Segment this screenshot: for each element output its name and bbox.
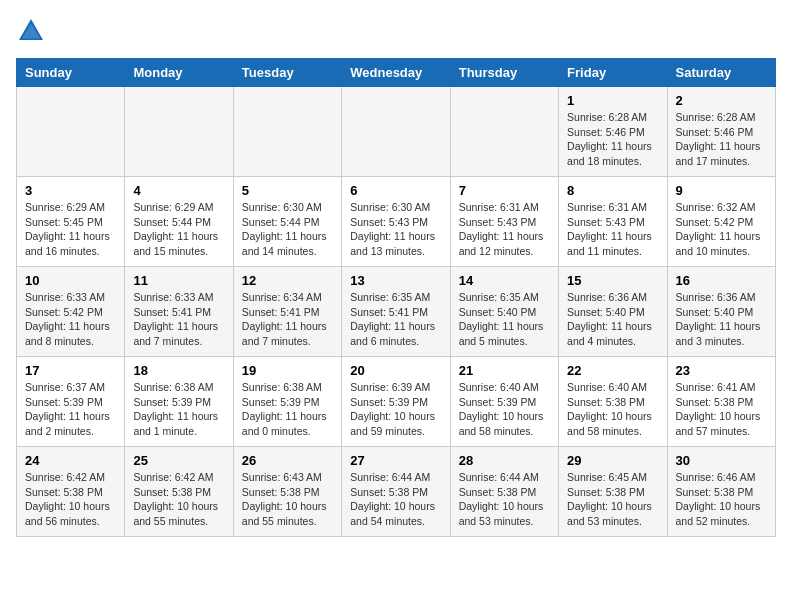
day-cell xyxy=(125,87,233,177)
day-cell: 20Sunrise: 6:39 AM Sunset: 5:39 PM Dayli… xyxy=(342,357,450,447)
day-number: 27 xyxy=(350,453,441,468)
day-cell xyxy=(17,87,125,177)
day-info: Sunrise: 6:28 AM Sunset: 5:46 PM Dayligh… xyxy=(676,110,767,169)
day-number: 22 xyxy=(567,363,658,378)
day-cell: 22Sunrise: 6:40 AM Sunset: 5:38 PM Dayli… xyxy=(559,357,667,447)
day-number: 6 xyxy=(350,183,441,198)
day-info: Sunrise: 6:29 AM Sunset: 5:45 PM Dayligh… xyxy=(25,200,116,259)
day-cell: 24Sunrise: 6:42 AM Sunset: 5:38 PM Dayli… xyxy=(17,447,125,537)
day-number: 25 xyxy=(133,453,224,468)
day-number: 17 xyxy=(25,363,116,378)
day-cell: 6Sunrise: 6:30 AM Sunset: 5:43 PM Daylig… xyxy=(342,177,450,267)
day-number: 3 xyxy=(25,183,116,198)
day-info: Sunrise: 6:38 AM Sunset: 5:39 PM Dayligh… xyxy=(242,380,333,439)
day-info: Sunrise: 6:29 AM Sunset: 5:44 PM Dayligh… xyxy=(133,200,224,259)
day-cell: 26Sunrise: 6:43 AM Sunset: 5:38 PM Dayli… xyxy=(233,447,341,537)
day-headers-row: SundayMondayTuesdayWednesdayThursdayFrid… xyxy=(17,59,776,87)
day-info: Sunrise: 6:44 AM Sunset: 5:38 PM Dayligh… xyxy=(459,470,550,529)
week-row-1: 1Sunrise: 6:28 AM Sunset: 5:46 PM Daylig… xyxy=(17,87,776,177)
day-info: Sunrise: 6:33 AM Sunset: 5:42 PM Dayligh… xyxy=(25,290,116,349)
day-info: Sunrise: 6:35 AM Sunset: 5:40 PM Dayligh… xyxy=(459,290,550,349)
day-number: 28 xyxy=(459,453,550,468)
day-cell: 27Sunrise: 6:44 AM Sunset: 5:38 PM Dayli… xyxy=(342,447,450,537)
day-info: Sunrise: 6:45 AM Sunset: 5:38 PM Dayligh… xyxy=(567,470,658,529)
day-number: 23 xyxy=(676,363,767,378)
day-number: 18 xyxy=(133,363,224,378)
day-info: Sunrise: 6:40 AM Sunset: 5:38 PM Dayligh… xyxy=(567,380,658,439)
day-cell: 28Sunrise: 6:44 AM Sunset: 5:38 PM Dayli… xyxy=(450,447,558,537)
day-cell: 30Sunrise: 6:46 AM Sunset: 5:38 PM Dayli… xyxy=(667,447,775,537)
day-info: Sunrise: 6:38 AM Sunset: 5:39 PM Dayligh… xyxy=(133,380,224,439)
week-row-3: 10Sunrise: 6:33 AM Sunset: 5:42 PM Dayli… xyxy=(17,267,776,357)
day-cell: 1Sunrise: 6:28 AM Sunset: 5:46 PM Daylig… xyxy=(559,87,667,177)
day-info: Sunrise: 6:42 AM Sunset: 5:38 PM Dayligh… xyxy=(133,470,224,529)
day-cell xyxy=(233,87,341,177)
day-number: 8 xyxy=(567,183,658,198)
day-cell xyxy=(342,87,450,177)
day-number: 4 xyxy=(133,183,224,198)
day-cell: 13Sunrise: 6:35 AM Sunset: 5:41 PM Dayli… xyxy=(342,267,450,357)
day-info: Sunrise: 6:37 AM Sunset: 5:39 PM Dayligh… xyxy=(25,380,116,439)
day-cell: 3Sunrise: 6:29 AM Sunset: 5:45 PM Daylig… xyxy=(17,177,125,267)
day-header-saturday: Saturday xyxy=(667,59,775,87)
day-number: 14 xyxy=(459,273,550,288)
day-number: 11 xyxy=(133,273,224,288)
day-number: 26 xyxy=(242,453,333,468)
day-info: Sunrise: 6:31 AM Sunset: 5:43 PM Dayligh… xyxy=(459,200,550,259)
day-number: 15 xyxy=(567,273,658,288)
day-number: 19 xyxy=(242,363,333,378)
day-info: Sunrise: 6:33 AM Sunset: 5:41 PM Dayligh… xyxy=(133,290,224,349)
day-cell: 17Sunrise: 6:37 AM Sunset: 5:39 PM Dayli… xyxy=(17,357,125,447)
day-cell: 11Sunrise: 6:33 AM Sunset: 5:41 PM Dayli… xyxy=(125,267,233,357)
day-cell: 29Sunrise: 6:45 AM Sunset: 5:38 PM Dayli… xyxy=(559,447,667,537)
day-cell: 10Sunrise: 6:33 AM Sunset: 5:42 PM Dayli… xyxy=(17,267,125,357)
day-cell: 21Sunrise: 6:40 AM Sunset: 5:39 PM Dayli… xyxy=(450,357,558,447)
day-header-monday: Monday xyxy=(125,59,233,87)
week-row-4: 17Sunrise: 6:37 AM Sunset: 5:39 PM Dayli… xyxy=(17,357,776,447)
day-info: Sunrise: 6:35 AM Sunset: 5:41 PM Dayligh… xyxy=(350,290,441,349)
week-row-5: 24Sunrise: 6:42 AM Sunset: 5:38 PM Dayli… xyxy=(17,447,776,537)
day-number: 10 xyxy=(25,273,116,288)
day-info: Sunrise: 6:46 AM Sunset: 5:38 PM Dayligh… xyxy=(676,470,767,529)
header xyxy=(16,16,776,46)
day-cell: 16Sunrise: 6:36 AM Sunset: 5:40 PM Dayli… xyxy=(667,267,775,357)
day-cell: 25Sunrise: 6:42 AM Sunset: 5:38 PM Dayli… xyxy=(125,447,233,537)
day-number: 1 xyxy=(567,93,658,108)
day-info: Sunrise: 6:30 AM Sunset: 5:43 PM Dayligh… xyxy=(350,200,441,259)
week-row-2: 3Sunrise: 6:29 AM Sunset: 5:45 PM Daylig… xyxy=(17,177,776,267)
day-cell: 19Sunrise: 6:38 AM Sunset: 5:39 PM Dayli… xyxy=(233,357,341,447)
day-number: 9 xyxy=(676,183,767,198)
day-header-thursday: Thursday xyxy=(450,59,558,87)
day-cell: 12Sunrise: 6:34 AM Sunset: 5:41 PM Dayli… xyxy=(233,267,341,357)
day-header-tuesday: Tuesday xyxy=(233,59,341,87)
day-cell: 8Sunrise: 6:31 AM Sunset: 5:43 PM Daylig… xyxy=(559,177,667,267)
day-cell xyxy=(450,87,558,177)
day-info: Sunrise: 6:43 AM Sunset: 5:38 PM Dayligh… xyxy=(242,470,333,529)
day-cell: 5Sunrise: 6:30 AM Sunset: 5:44 PM Daylig… xyxy=(233,177,341,267)
day-number: 30 xyxy=(676,453,767,468)
day-info: Sunrise: 6:44 AM Sunset: 5:38 PM Dayligh… xyxy=(350,470,441,529)
day-info: Sunrise: 6:40 AM Sunset: 5:39 PM Dayligh… xyxy=(459,380,550,439)
day-info: Sunrise: 6:30 AM Sunset: 5:44 PM Dayligh… xyxy=(242,200,333,259)
day-number: 21 xyxy=(459,363,550,378)
day-header-wednesday: Wednesday xyxy=(342,59,450,87)
day-cell: 9Sunrise: 6:32 AM Sunset: 5:42 PM Daylig… xyxy=(667,177,775,267)
day-cell: 7Sunrise: 6:31 AM Sunset: 5:43 PM Daylig… xyxy=(450,177,558,267)
day-info: Sunrise: 6:39 AM Sunset: 5:39 PM Dayligh… xyxy=(350,380,441,439)
logo-icon xyxy=(16,16,46,46)
day-info: Sunrise: 6:28 AM Sunset: 5:46 PM Dayligh… xyxy=(567,110,658,169)
day-cell: 4Sunrise: 6:29 AM Sunset: 5:44 PM Daylig… xyxy=(125,177,233,267)
day-number: 24 xyxy=(25,453,116,468)
day-cell: 18Sunrise: 6:38 AM Sunset: 5:39 PM Dayli… xyxy=(125,357,233,447)
day-number: 2 xyxy=(676,93,767,108)
day-number: 12 xyxy=(242,273,333,288)
day-info: Sunrise: 6:32 AM Sunset: 5:42 PM Dayligh… xyxy=(676,200,767,259)
day-info: Sunrise: 6:42 AM Sunset: 5:38 PM Dayligh… xyxy=(25,470,116,529)
day-info: Sunrise: 6:34 AM Sunset: 5:41 PM Dayligh… xyxy=(242,290,333,349)
day-number: 5 xyxy=(242,183,333,198)
day-number: 16 xyxy=(676,273,767,288)
day-number: 7 xyxy=(459,183,550,198)
day-cell: 15Sunrise: 6:36 AM Sunset: 5:40 PM Dayli… xyxy=(559,267,667,357)
day-number: 29 xyxy=(567,453,658,468)
day-info: Sunrise: 6:41 AM Sunset: 5:38 PM Dayligh… xyxy=(676,380,767,439)
